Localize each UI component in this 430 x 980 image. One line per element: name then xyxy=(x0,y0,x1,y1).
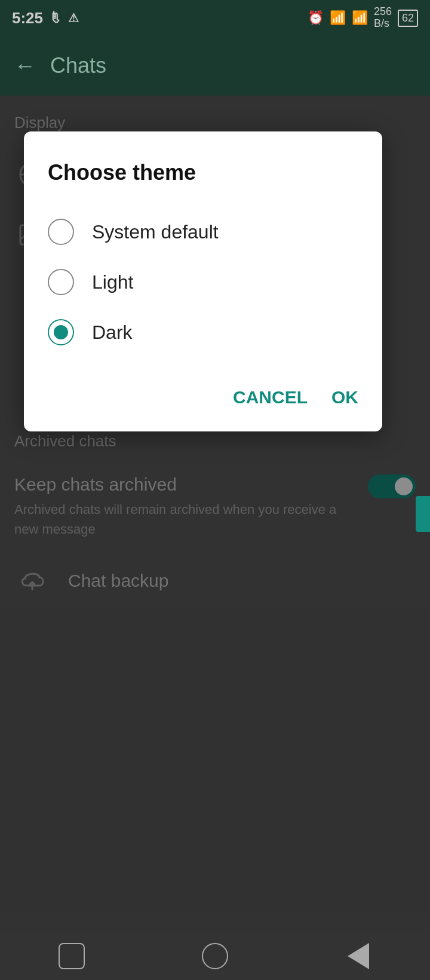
option-system-default-label: System default xyxy=(92,221,219,243)
dialog-actions: Cancel OK xyxy=(48,375,358,414)
nav-circle-icon xyxy=(202,943,228,969)
wifi-icon: 📶 xyxy=(330,10,346,26)
radio-light xyxy=(48,269,74,295)
nav-recent-button[interactable] xyxy=(51,941,93,971)
radio-system-default xyxy=(48,219,74,245)
sim-icon: 🖁 xyxy=(49,10,62,26)
ok-button[interactable]: OK xyxy=(331,381,358,414)
option-dark[interactable]: Dark xyxy=(48,307,358,357)
dialog-title: Choose theme xyxy=(48,160,358,185)
choose-theme-dialog: Choose theme System default Light Dark C… xyxy=(24,131,382,431)
nav-square-icon xyxy=(59,943,85,969)
nav-home-button[interactable] xyxy=(194,941,236,971)
radio-dark xyxy=(48,319,74,345)
option-light-label: Light xyxy=(92,271,133,293)
back-button[interactable]: ← xyxy=(14,53,36,78)
page-title: Chats xyxy=(50,53,106,78)
bottom-nav xyxy=(0,932,430,980)
speed-text: 256B/s xyxy=(374,6,392,30)
cancel-button[interactable]: Cancel xyxy=(233,381,308,414)
signal-icon: 📶 xyxy=(352,10,368,26)
battery-indicator: 62 xyxy=(398,10,418,27)
status-time: 5:25 xyxy=(12,9,43,27)
scroll-indicator xyxy=(416,496,430,532)
option-system-default[interactable]: System default xyxy=(48,207,358,257)
status-bar: 5:25 🖁 ⚠ ⏰ 📶 📶 256B/s 62 xyxy=(0,0,430,36)
option-light[interactable]: Light xyxy=(48,257,358,307)
nav-triangle-icon xyxy=(348,943,369,969)
option-dark-label: Dark xyxy=(92,321,133,344)
app-bar: ← Chats xyxy=(0,36,430,96)
warning-icon: ⚠ xyxy=(68,11,79,25)
nav-back-button[interactable] xyxy=(337,941,379,971)
dialog-backdrop: Choose theme System default Light Dark C… xyxy=(0,96,430,932)
alarm-icon: ⏰ xyxy=(308,10,324,26)
